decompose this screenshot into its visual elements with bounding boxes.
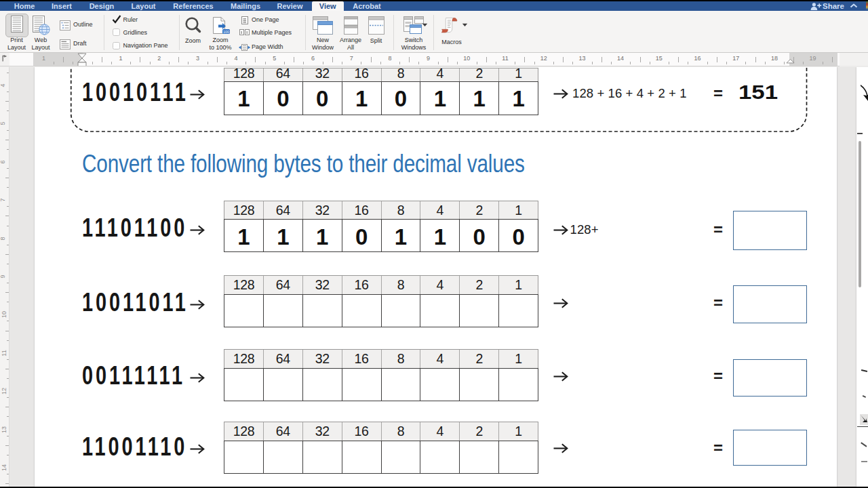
svg-text:100: 100 — [222, 30, 229, 34]
